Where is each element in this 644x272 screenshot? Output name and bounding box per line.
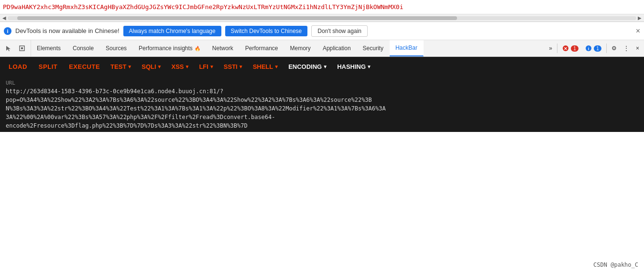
error-badge-button[interactable]: ✕ 1: [559, 43, 581, 54]
hackbar-load-button[interactable]: LOAD: [3, 60, 33, 73]
watermark: CSDN @pakho_C: [593, 261, 638, 268]
url-label: URL: [6, 80, 638, 86]
scrollbar-track[interactable]: [8, 16, 636, 20]
dont-show-again-button[interactable]: Don't show again: [311, 25, 368, 37]
url-bar: PD9waHAKY2xhc3MgRmxhZ3sKICAgHByaXZhdGUgJ…: [0, 0, 644, 14]
close-devtools-button[interactable]: ×: [633, 43, 642, 54]
settings-icon: ⚙: [611, 45, 617, 52]
lfi-arrow-icon: ▼: [209, 64, 214, 69]
info-icon: i: [4, 27, 11, 35]
test-arrow-icon: ▼: [127, 64, 132, 69]
scrollbar-area[interactable]: ◀ ▶: [0, 14, 644, 22]
url-line1: http://263d8344-1583-4396-b73c-0ce9b94e1…: [6, 88, 223, 95]
hackbar-hashing-button[interactable]: HASHING ▼: [332, 60, 376, 73]
encoding-arrow-icon: ▼: [323, 64, 327, 69]
xss-arrow-icon: ▼: [185, 64, 190, 69]
notification-message: DevTools is now available in Chinese!: [15, 27, 120, 34]
url-bar-text: PD9waHAKY2xhc3MgRmxhZ3sKICAgHByaXZhdGUgJ…: [3, 3, 403, 11]
box-icon[interactable]: [16, 43, 28, 54]
tab-hackbar[interactable]: HackBar: [390, 40, 424, 56]
url-line2: pop=O%3A4%3A%22Show%22%3A2%3A%7Bs%3A6%3A…: [6, 97, 372, 103]
flame-icon: 🔥: [195, 46, 200, 51]
shell-arrow-icon: ▼: [274, 64, 279, 69]
hackbar-shell-button[interactable]: SHELL ▼: [248, 60, 284, 73]
more-tabs-button[interactable]: »: [546, 43, 555, 54]
tab-network[interactable]: Network: [207, 40, 240, 56]
tab-console[interactable]: Console: [67, 40, 100, 56]
info-count-badge: 1: [594, 45, 601, 52]
hashing-arrow-icon: ▼: [367, 64, 371, 69]
hackbar-toolbar: LOAD SPLIT EXECUTE TEST ▼ SQLI ▼ XSS ▼ L…: [0, 57, 644, 76]
svg-text:i: i: [588, 46, 589, 51]
notification-close-button[interactable]: ×: [636, 27, 640, 35]
settings-button[interactable]: ⚙: [609, 43, 620, 54]
cursor-icon[interactable]: [3, 43, 14, 54]
url-section: URL http://263d8344-1583-4396-b73c-0ce9b…: [0, 76, 644, 132]
hackbar-sqli-button[interactable]: SQLI ▼: [137, 60, 166, 73]
info-badge-button[interactable]: i 1: [582, 43, 604, 54]
switch-devtools-language-button[interactable]: Switch DevTools to Chinese: [225, 26, 308, 36]
scroll-left-arrow[interactable]: ◀: [1, 15, 8, 22]
url-line3: N%3Bs%3A3%3A%22str%22%3BO%3A4%3A%22Test%…: [6, 105, 386, 112]
tab-application[interactable]: Application: [317, 40, 357, 56]
hackbar-split-button[interactable]: SPLIT: [33, 60, 63, 73]
scrollbar-thumb[interactable]: [17, 16, 457, 20]
tab-icon-group: [0, 40, 31, 56]
svg-rect-1: [21, 47, 23, 49]
error-circle-icon: ✕: [562, 45, 569, 52]
hackbar-test-button[interactable]: TEST ▼: [106, 60, 137, 73]
tab-memory[interactable]: Memory: [284, 40, 317, 56]
tab-elements[interactable]: Elements: [31, 40, 67, 56]
sqli-arrow-icon: ▼: [157, 64, 162, 69]
tab-security[interactable]: Security: [357, 40, 390, 56]
url-line5: encode%2Fresource%3Dflag.php%22%3B%7D%7D…: [6, 122, 248, 129]
hackbar-ssti-button[interactable]: SSTI ▼: [219, 60, 248, 73]
url-line4: 3A%22%00%2A%00var%22%3Bs%3A57%3A%22php%3…: [6, 114, 275, 120]
notification-bar: i DevTools is now available in Chinese! …: [0, 22, 644, 40]
devtools-tabs-bar: Elements Console Sources Performance ins…: [0, 40, 644, 57]
more-options-button[interactable]: ⋮: [621, 43, 632, 54]
hackbar-lfi-button[interactable]: LFI ▼: [194, 60, 218, 73]
error-count-badge: 1: [571, 45, 579, 52]
hackbar-execute-button[interactable]: EXECUTE: [63, 60, 106, 73]
tabs-divider: [557, 44, 557, 53]
scroll-right-arrow[interactable]: ▶: [636, 15, 643, 22]
url-content[interactable]: http://263d8344-1583-4396-b73c-0ce9b94e1…: [6, 87, 638, 130]
ellipsis-icon: ⋮: [623, 45, 629, 52]
tab-sources[interactable]: Sources: [100, 40, 133, 56]
hackbar-xss-button[interactable]: XSS ▼: [166, 60, 194, 73]
tabs-divider-2: [606, 44, 607, 53]
tabs-right-controls: » ✕ 1 i 1 ⚙ ⋮ ×: [544, 40, 644, 56]
tab-performance[interactable]: Performance: [240, 40, 284, 56]
info-circle-icon: i: [585, 45, 592, 52]
hackbar-encoding-button[interactable]: ENCODING ▼: [284, 60, 332, 73]
close-icon: ×: [636, 45, 639, 52]
tab-performance-insights[interactable]: Performance insights 🔥: [133, 40, 207, 56]
ssti-arrow-icon: ▼: [239, 64, 243, 69]
always-match-language-button[interactable]: Always match Chrome's language: [123, 26, 221, 36]
svg-text:✕: ✕: [564, 46, 568, 51]
